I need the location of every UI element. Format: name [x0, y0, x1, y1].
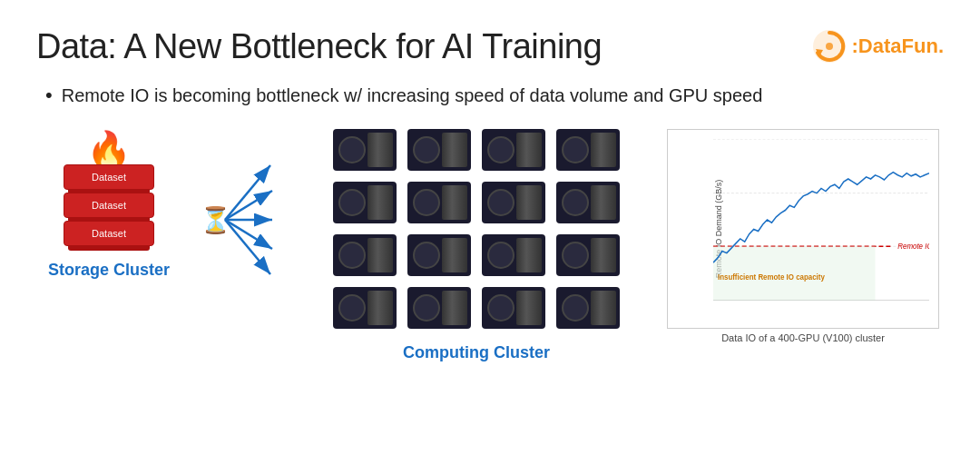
- disk-2: Dataset: [64, 193, 154, 218]
- gpu-section: Computing Cluster: [290, 129, 662, 362]
- disk-stack: Dataset Dataset Dataset: [64, 164, 154, 246]
- gpu-card-16: [556, 287, 620, 329]
- gpu-card-9: [333, 234, 397, 276]
- logo: :DataFun.: [810, 27, 944, 65]
- disk-3: Dataset: [64, 221, 154, 246]
- chart-section: Remote IO Demand (GB/s) 10: [662, 129, 944, 343]
- gpu-card-8: [556, 182, 620, 223]
- svg-line-4: [225, 165, 270, 220]
- header: Data: A New Bottleneck for AI Training :…: [36, 27, 944, 66]
- chart-caption: Data IO of a 400-GPU (V100) cluster: [721, 332, 885, 343]
- chart-container: Remote IO Demand (GB/s) 10: [667, 129, 939, 329]
- hourglass-icon: ⏳: [200, 204, 231, 234]
- gpu-card-3: [482, 129, 545, 171]
- svg-line-5: [225, 191, 272, 220]
- gpu-grid: [333, 129, 620, 332]
- slide: Data: A New Bottleneck for AI Training :…: [0, 0, 980, 475]
- content-area: 🔥 Dataset Dataset Dataset Storage Cluste…: [36, 129, 944, 362]
- gpu-card-5: [333, 182, 397, 223]
- svg-line-7: [225, 220, 272, 249]
- chart-svg: 10 15 20 25 Remote IO Capacity Insuffici…: [713, 139, 929, 301]
- gpu-card-14: [407, 287, 471, 329]
- gpu-card-15: [482, 287, 545, 329]
- arrows-container: ⏳: [191, 138, 281, 302]
- arrow-section: ⏳: [181, 129, 290, 311]
- svg-text:Remote IO Capacity: Remote IO Capacity: [897, 242, 929, 251]
- bullet-section: • Remote IO is becoming bottleneck w/ in…: [36, 83, 944, 109]
- gpu-card-4: [556, 129, 620, 171]
- gpu-card-6: [407, 182, 471, 223]
- bullet-text: Remote IO is becoming bottleneck w/ incr…: [62, 83, 763, 109]
- page-title: Data: A New Bottleneck for AI Training: [36, 27, 602, 66]
- svg-point-2: [826, 43, 833, 50]
- gpu-card-10: [407, 234, 471, 276]
- logo-data-part: :Data: [852, 35, 902, 57]
- storage-label: Storage Cluster: [48, 261, 170, 280]
- bullet-item: • Remote IO is becoming bottleneck w/ in…: [45, 83, 944, 109]
- gpu-card-11: [482, 234, 545, 276]
- chart-inner: 10 15 20 25 Remote IO Capacity Insuffici…: [713, 139, 929, 301]
- gpu-card-1: [333, 129, 397, 171]
- bullet-dot: •: [45, 83, 53, 109]
- gpu-card-7: [482, 182, 545, 223]
- gpu-card-12: [556, 234, 620, 276]
- computing-label: Computing Cluster: [403, 343, 550, 362]
- storage-visual: 🔥 Dataset Dataset Dataset: [64, 129, 154, 246]
- gpu-card-2: [407, 129, 471, 171]
- gpu-card-13: [333, 287, 397, 329]
- logo-fun-part: Fun.: [902, 35, 944, 57]
- datafun-logo-icon: [810, 27, 848, 65]
- logo-text: :DataFun.: [852, 35, 944, 58]
- storage-section: 🔥 Dataset Dataset Dataset Storage Cluste…: [36, 129, 181, 280]
- svg-text:Insufficient Remote IO capacit: Insufficient Remote IO capacity: [718, 272, 825, 281]
- svg-line-8: [225, 220, 270, 274]
- disk-1: Dataset: [64, 164, 154, 190]
